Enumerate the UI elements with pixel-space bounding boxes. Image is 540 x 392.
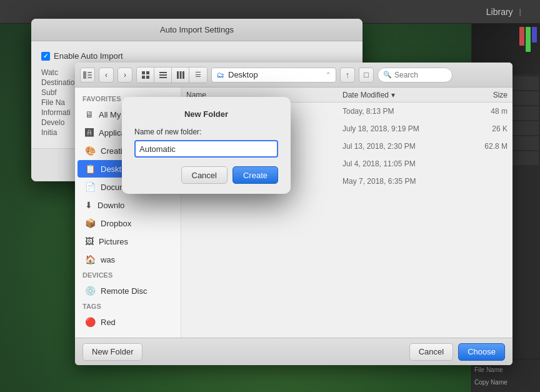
cancel-button[interactable]: Cancel xyxy=(409,343,453,361)
svg-rect-10 xyxy=(159,77,167,78)
location-text: Desktop xyxy=(228,70,322,79)
file-size-2: 62.8 M xyxy=(458,142,508,151)
creative-icon: 🎨 xyxy=(85,146,96,156)
search-field[interactable]: 🔍 xyxy=(378,68,452,83)
svg-rect-13 xyxy=(182,71,184,79)
icon-view-button[interactable] xyxy=(137,68,154,83)
list-view-button[interactable] xyxy=(154,68,172,83)
sidebar-item-red-tag[interactable]: 🔴 Red xyxy=(78,313,178,331)
sidebar-item-remote-disc[interactable]: 💿 Remote Disc xyxy=(78,282,178,299)
enable-label: Enable Auto Import xyxy=(54,51,123,61)
sidebar-item-pictures-label: Pictures xyxy=(99,237,128,246)
copy-name-row: Copy Name xyxy=(474,376,538,388)
new-folder-dialog: New Folder Name of new folder: Cancel Cr… xyxy=(122,97,291,194)
downloads-icon: ⬇ xyxy=(85,200,92,210)
hist-blue xyxy=(532,27,537,43)
new-folder-input[interactable] xyxy=(134,140,278,158)
svg-rect-5 xyxy=(146,71,149,74)
sidebar-toggle-button[interactable] xyxy=(80,68,95,83)
svg-rect-11 xyxy=(177,71,179,79)
pictures-icon: 🖼 xyxy=(85,236,94,246)
svg-rect-12 xyxy=(179,71,181,79)
back-icon: ‹ xyxy=(105,71,108,79)
svg-rect-0 xyxy=(83,71,86,79)
red-tag-icon: 🔴 xyxy=(85,317,96,327)
location-arrow-icon: ⌃ xyxy=(326,71,331,78)
sort-arrow-icon: ▾ xyxy=(391,91,395,99)
file-date-3: Jul 4, 2018, 11:05 PM xyxy=(342,159,455,168)
sidebar-item-dropbox[interactable]: 📦 Dropbox xyxy=(78,214,178,232)
new-folder-button[interactable]: New Folder xyxy=(82,343,142,361)
svg-rect-4 xyxy=(142,71,145,74)
applications-icon: 🅰 xyxy=(85,128,94,138)
file-date-0: Today, 8:13 PM xyxy=(342,107,455,116)
fb-bottom-right: Cancel Choose xyxy=(409,343,505,361)
enable-checkbox[interactable] xyxy=(41,52,50,61)
share-button[interactable]: ↑ xyxy=(340,68,355,83)
sidebar-item-was[interactable]: 🏠 was xyxy=(78,251,178,268)
hist-red xyxy=(519,27,524,46)
svg-rect-3 xyxy=(88,77,92,78)
forward-icon: › xyxy=(124,71,126,79)
was-icon: 🏠 xyxy=(85,254,96,264)
sidebar-item-was-label: was xyxy=(101,255,115,264)
histogram-colors xyxy=(519,27,537,52)
column-view-button[interactable] xyxy=(172,68,189,83)
sidebar-item-dropbox-label: Dropbox xyxy=(101,219,131,228)
view-buttons: ☰ xyxy=(136,67,208,83)
forward-button[interactable]: › xyxy=(118,68,132,83)
nfd-create-button[interactable]: Create xyxy=(232,166,278,184)
location-bar[interactable]: 🗂 Desktop ⌃ xyxy=(211,68,336,83)
sidebar-item-red-tag-label: Red xyxy=(101,318,116,327)
auto-import-titlebar: Auto Import Settings xyxy=(31,19,362,41)
new-folder-name-label: Name of new folder: xyxy=(134,128,278,136)
enable-row: Enable Auto Import xyxy=(41,51,352,61)
desktop-folder-icon: 🗂 xyxy=(217,71,224,79)
top-bar-divider: | xyxy=(519,7,521,16)
file-date-2: Jul 13, 2018, 2:30 PM xyxy=(342,142,455,151)
file-date-1: July 18, 2018, 9:19 PM xyxy=(342,124,455,133)
col-date-label: Date Modified xyxy=(342,91,389,99)
search-icon: 🔍 xyxy=(383,71,392,79)
sidebar-item-downloads-label: Downlo xyxy=(98,201,124,210)
app-title: Library xyxy=(486,7,513,17)
sidebar-item-remote-disc-label: Remote Disc xyxy=(101,286,147,296)
file-size-1: 26 K xyxy=(458,124,508,133)
file-name-row: File Name xyxy=(474,363,538,376)
svg-rect-8 xyxy=(159,72,167,73)
new-folder-title: New Folder xyxy=(134,109,278,119)
col-date: Date Modified ▾ xyxy=(342,91,455,99)
nfd-cancel-button[interactable]: Cancel xyxy=(181,166,228,184)
choose-button[interactable]: Choose xyxy=(458,343,505,361)
action-button[interactable]: □ xyxy=(359,68,374,83)
nfd-buttons: Cancel Create xyxy=(134,166,278,184)
svg-rect-9 xyxy=(159,74,167,76)
tags-header: Tags xyxy=(75,300,181,313)
col-size: Size xyxy=(458,91,508,99)
desktop-icon: 📋 xyxy=(85,164,96,174)
file-size-0: 48 m xyxy=(458,107,508,116)
gallery-view-button[interactable]: ☰ xyxy=(189,68,207,83)
fb-bottom: New Folder Cancel Choose xyxy=(75,338,512,365)
svg-rect-2 xyxy=(88,74,92,76)
back-button[interactable]: ‹ xyxy=(99,68,114,83)
fb-toolbar: ‹ › ☰ xyxy=(75,63,512,88)
fb-bottom-left: New Folder xyxy=(82,343,142,361)
documents-icon: 📄 xyxy=(85,182,96,192)
copy-name-label: Copy Name xyxy=(474,379,508,386)
all-my-icon: 🖥 xyxy=(85,109,94,119)
svg-rect-1 xyxy=(88,72,92,73)
auto-import-title: Auto Import Settings xyxy=(160,25,234,34)
file-name-label: File Name xyxy=(474,366,503,373)
sidebar-item-downloads[interactable]: ⬇ Downlo xyxy=(78,196,178,214)
search-input[interactable] xyxy=(394,71,444,79)
svg-rect-7 xyxy=(146,76,149,79)
remote-disc-icon: 💿 xyxy=(85,286,96,296)
svg-rect-6 xyxy=(142,76,145,79)
devices-header: Devices xyxy=(75,269,181,281)
sidebar-item-pictures[interactable]: 🖼 Pictures xyxy=(78,233,178,250)
hist-green xyxy=(526,27,531,52)
dropbox-icon: 📦 xyxy=(85,218,96,228)
file-date-4: May 7, 2018, 6:35 PM xyxy=(342,177,455,186)
